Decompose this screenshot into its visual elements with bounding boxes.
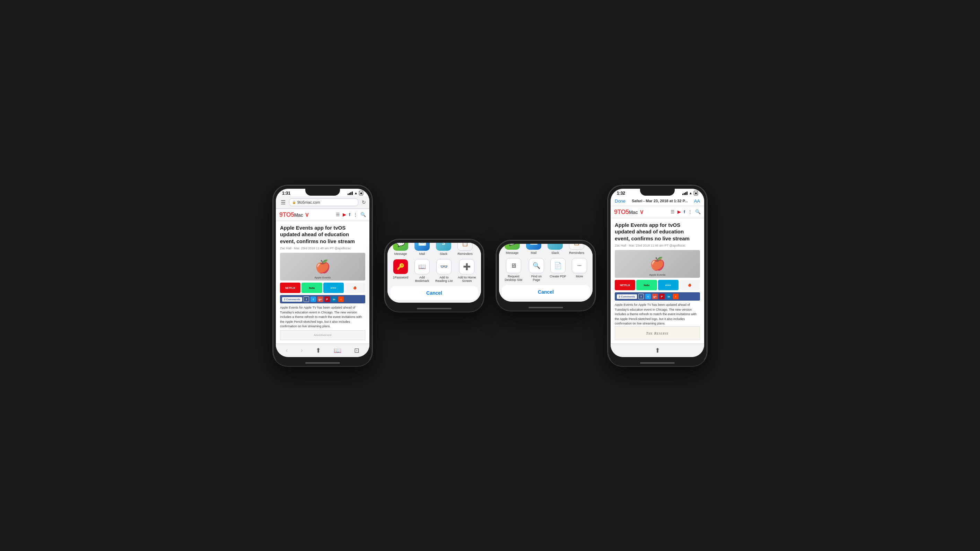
action-create-pdf-3[interactable]: 📄 Create PDF [549, 258, 567, 281]
thumb-prime-1: prime [323, 283, 344, 293]
slack-app-label-2: Slack [440, 252, 447, 256]
site-header-4: 9TO5Mac ∨ ☰ ▶ f ⋮ 🔍 [611, 206, 704, 218]
nav-yt-icon-1[interactable]: ▶ [343, 212, 346, 217]
site-header-1: 9TO5Mac ∨ ☰ ▶ f ⋮ 🔍 [276, 209, 369, 221]
article-content-4: Apple Events app for tvOS updated ahead … [611, 218, 704, 343]
fb-icon-4[interactable]: f [638, 294, 644, 299]
article-body-4: Apple Events for Apple TV has been updat… [615, 303, 700, 326]
action-homescreen-2[interactable]: ➕ Add to Home Screen [457, 259, 477, 283]
action-reading-2[interactable]: 👓 Add to Reading List [434, 259, 453, 283]
fb-icon-1[interactable]: f [304, 297, 309, 302]
comment-badge-4[interactable]: 3 Comments [617, 294, 637, 299]
share-sheet-3[interactable]: Tap to share with AirDrop 👨 Michael MacB… [499, 244, 593, 302]
message-app-icon-3: 💬 [504, 244, 520, 250]
nav-more-icon-1[interactable]: ⋮ [353, 212, 358, 217]
reader-aa-button-4[interactable]: AA [694, 198, 700, 204]
rd-icon-4[interactable]: r [673, 294, 679, 299]
article-image-1: 🍎 Apple Events [280, 253, 365, 281]
action-more-3[interactable]: ··· More [570, 258, 589, 281]
app-message-3[interactable]: 💬 Message [503, 244, 521, 255]
action-bookmark-2[interactable]: 📖 Add Bookmark [413, 259, 431, 283]
article-meta-1: Zac Hall · Mar. 23rd 2018 11:46 am PT @a… [280, 246, 365, 250]
action-find-page-3[interactable]: 🔍 Find on Page [527, 258, 546, 281]
url-bar-1[interactable]: 🔒 9to5mac.com [289, 198, 358, 206]
nav-search-icon-1[interactable]: 🔍 [360, 212, 366, 217]
home-indicator-2 [417, 308, 452, 309]
social-bar-1: 3 Comments f t g+ P in r [280, 295, 365, 303]
phone-3: 1:32 ▲ ■ ☰ 🔒 9to5mac.com [496, 240, 596, 312]
app-mail-2[interactable]: ✉️ Mail [413, 243, 431, 256]
bookmarks-button-1[interactable]: 📖 [334, 347, 341, 354]
mail-app-icon-3: ✉️ [526, 244, 541, 250]
share-apps-row-3: 💬 Message ✉️ Mail S Slack 📋 Reminders [499, 244, 593, 258]
tabs-button-1[interactable]: ⊡ [354, 347, 360, 354]
nav-more-icon-4[interactable]: ⋮ [688, 209, 692, 214]
app-reminders-3[interactable]: 📋 Reminders [568, 244, 585, 255]
create-pdf-icon-3: 📄 [550, 258, 566, 273]
forward-button-1[interactable]: › [301, 347, 303, 354]
app-more-chip-2[interactable]: ⋯ Ad... [477, 243, 481, 256]
li-icon-1[interactable]: in [331, 297, 337, 302]
nav-list-icon-1[interactable]: ☰ [336, 212, 340, 217]
share-apps-row-2: 💬 Message ✉️ Mail S Slack 📋 Reminders [387, 243, 481, 259]
find-page-label-3: Find on Page [527, 275, 546, 281]
reader-header-4: Done Safari - Mar 23, 2018 at 1:32 P... … [611, 196, 704, 206]
reload-button-1[interactable]: ↻ [362, 200, 366, 205]
article-content-1: Apple Events app for tvOS updated ahead … [276, 221, 369, 343]
image-caption-4: Apple Events [649, 273, 665, 276]
app-more-chip-3[interactable]: ⋯ [589, 244, 593, 255]
rd-icon-1[interactable]: r [338, 297, 344, 302]
thumb-hulu-4: hulu [636, 280, 657, 290]
homescreen-label-2: Add to Home Screen [457, 276, 477, 283]
home-bar-1 [273, 360, 372, 366]
share-icon-4[interactable]: ⬆ [655, 347, 660, 354]
reminders-app-label-3: Reminders [569, 251, 584, 254]
home-indicator-1 [305, 362, 340, 364]
pi-icon-1[interactable]: P [325, 297, 330, 302]
phone-1-screen: 1:31 ▲ ■ ☰ 🔒 9to5mac.com [276, 189, 369, 357]
message-app-label-3: Message [506, 251, 519, 254]
slack-app-label-3: Slack [551, 251, 559, 254]
gp-icon-4[interactable]: g+ [652, 294, 658, 299]
app-mail-3[interactable]: ✉️ Mail [525, 244, 542, 255]
reserve-banner-4: The Reserve [615, 326, 700, 340]
tw-icon-4[interactable]: t [645, 294, 651, 299]
cancel-button-3[interactable]: Cancel [502, 285, 590, 299]
action-request-desktop-3[interactable]: 🖥 Request Desktop Site [503, 258, 524, 281]
mail-app-icon-2: ✉️ [414, 243, 430, 251]
share-sheet-2[interactable]: Tap to share with AirDrop 👨 Michael MacB… [387, 243, 481, 303]
app-slack-3[interactable]: S Slack [546, 244, 564, 255]
nav-list-icon-4[interactable]: ☰ [671, 209, 675, 214]
tw-icon-1[interactable]: t [310, 297, 316, 302]
lock-icon-1: 🔒 [292, 200, 296, 204]
nav-yt-icon-4[interactable]: ▶ [678, 209, 681, 214]
li-icon-4[interactable]: in [666, 294, 671, 299]
reader-done-button-4[interactable]: Done [615, 198, 625, 204]
gp-icon-1[interactable]: g+ [317, 297, 323, 302]
back-button-1[interactable]: ‹ [286, 347, 288, 354]
nav-search-icon-4[interactable]: 🔍 [695, 209, 701, 214]
comment-badge-1[interactable]: 3 Comments [282, 297, 302, 302]
share-button-1[interactable]: ⬆ [316, 347, 321, 354]
article-title-1: Apple Events app for tvOS updated ahead … [280, 224, 365, 245]
nav-fb-icon-4[interactable]: f [684, 209, 685, 214]
home-bar-2 [385, 305, 484, 312]
action-1password-2[interactable]: 🔑 1Password [391, 259, 410, 283]
menu-button-1[interactable]: ☰ [279, 198, 287, 206]
home-bar-3 [496, 305, 595, 311]
pi-icon-4[interactable]: P [659, 294, 665, 299]
cancel-button-2[interactable]: Cancel [390, 286, 478, 300]
slack-app-icon-2: S [436, 243, 451, 251]
app-reminders-2[interactable]: 📋 Reminders [456, 243, 474, 256]
more-action-label-3: More [576, 275, 583, 278]
nav-fb-icon-1[interactable]: f [349, 212, 350, 217]
apple-logo-4: 🍎 [650, 257, 665, 271]
app-message-2[interactable]: 💬 Message [391, 243, 410, 256]
1password-icon-2: 🔑 [393, 259, 408, 274]
request-desktop-label-3: Request Desktop Site [503, 275, 524, 281]
status-time-4: 1:32 [617, 191, 625, 196]
site-nav-4: ☰ ▶ f ⋮ 🔍 [671, 209, 701, 214]
home-indicator-3 [528, 307, 563, 308]
app-slack-2[interactable]: S Slack [434, 243, 453, 256]
reminders-app-label-2: Reminders [457, 252, 473, 256]
